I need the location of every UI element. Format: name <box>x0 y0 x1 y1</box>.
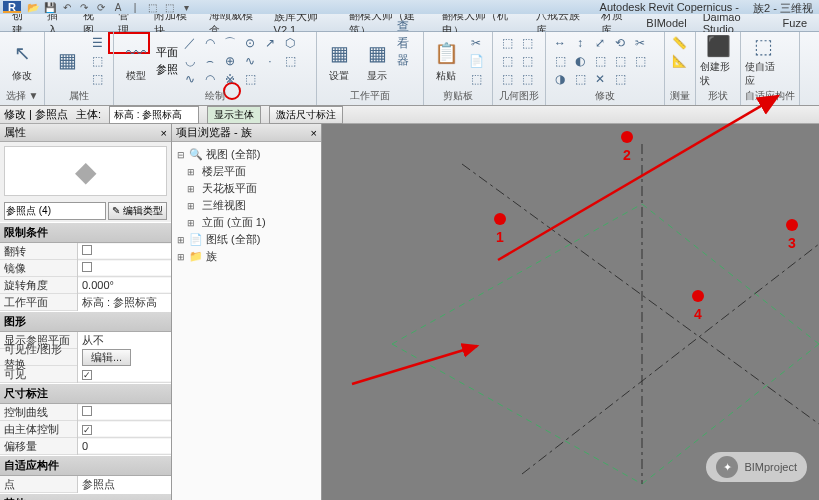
qat-save-icon[interactable]: 💾 <box>43 1 57 13</box>
ribbon-tool-small[interactable]: ⬚ <box>87 52 107 70</box>
ribbon-tool-small[interactable]: ⌒ <box>220 34 240 52</box>
qat-redo-icon[interactable]: ↷ <box>77 1 91 13</box>
ribbon-tool-small[interactable]: ⤢ <box>590 34 610 52</box>
prop-row[interactable]: 点参照点 <box>0 476 171 493</box>
ribbon-tool-small[interactable]: ✂ <box>630 34 650 52</box>
app-logo[interactable]: R <box>3 1 21 13</box>
ribbon-tool-small[interactable]: ⬚ <box>610 52 630 70</box>
reference-point[interactable] <box>621 131 633 143</box>
prop-row[interactable]: 可见性/图形替换编辑... <box>0 349 171 366</box>
close-icon[interactable]: × <box>161 127 167 139</box>
ribbon-tool-small[interactable]: ⬚ <box>630 52 650 70</box>
prop-category[interactable]: 自适应构件 <box>0 455 171 476</box>
ribbon-tool-small[interactable]: · <box>260 52 280 70</box>
tree-node[interactable]: ⊞三维视图 <box>174 197 319 214</box>
expand-icon[interactable]: ⊞ <box>176 252 186 262</box>
prop-row[interactable]: 控制曲线 <box>0 404 171 421</box>
qat-dropdown-icon[interactable]: ▾ <box>179 1 193 13</box>
qat-more2-icon[interactable]: ⬚ <box>162 1 176 13</box>
ribbon-tool-small[interactable]: ⬚ <box>497 52 517 70</box>
qat-text-icon[interactable]: A <box>111 1 125 13</box>
viewport-3d[interactable]: ✦ BIMproject 1234 <box>322 124 819 500</box>
ribbon-tool-small[interactable]: ◠ <box>200 34 220 52</box>
prop-row[interactable]: 翻转 <box>0 243 171 260</box>
ribbon-tool-small[interactable]: ／ <box>180 34 200 52</box>
ribbon-tool[interactable]: ↖修改 <box>4 34 40 88</box>
ribbon-tool-small[interactable]: ⬡ <box>280 34 300 52</box>
ribbon-tool[interactable]: 〰模型 <box>118 34 154 88</box>
ribbon-tool-small[interactable]: ✂ <box>466 34 486 52</box>
checkbox[interactable] <box>82 370 92 380</box>
ribbon-tool-small[interactable]: ⬚ <box>280 52 300 70</box>
ribbon-tool-small[interactable]: ⬚ <box>497 34 517 52</box>
show-host-button[interactable]: 显示主体 <box>207 106 261 124</box>
ribbon-tool-small[interactable]: ⬚ <box>240 70 260 88</box>
reference-point[interactable] <box>494 213 506 225</box>
qat-more-icon[interactable]: ⬚ <box>145 1 159 13</box>
ribbon-tool-small[interactable]: ✕ <box>590 70 610 88</box>
tree-node[interactable]: ⊟🔍视图 (全部) <box>174 146 319 163</box>
prop-row[interactable]: 工作平面标高 : 参照标高 <box>0 294 171 311</box>
ribbon-tool-small[interactable]: ※ <box>220 70 240 88</box>
qat-undo-icon[interactable]: ↶ <box>60 1 74 13</box>
prop-category[interactable]: 图形 <box>0 311 171 332</box>
ribbon-tool-small[interactable]: 📐 <box>669 52 689 70</box>
ribbon-tool-small[interactable]: ⬚ <box>590 52 610 70</box>
expand-icon[interactable]: ⊟ <box>176 150 186 160</box>
ribbon-tool-small[interactable]: 📏 <box>669 34 689 52</box>
ribbon-tool-small[interactable]: ↗ <box>260 34 280 52</box>
expand-icon[interactable]: ⊞ <box>176 235 186 245</box>
ribbon-tool-small[interactable]: ◐ <box>570 52 590 70</box>
menu-item[interactable]: BIModel <box>638 15 694 31</box>
expand-icon[interactable]: ⊞ <box>186 184 196 194</box>
tree-node[interactable]: ⊞立面 (立面 1) <box>174 214 319 231</box>
ribbon-tool-small[interactable]: 📄 <box>466 52 486 70</box>
qat-sync-icon[interactable]: ⟳ <box>94 1 108 13</box>
type-selector[interactable]: 参照点 (4) <box>4 202 106 220</box>
ribbon-tool[interactable]: 📋粘贴 <box>428 34 464 88</box>
ribbon-tool-small[interactable]: ⬚ <box>550 52 570 70</box>
prop-row[interactable]: 镜像 <box>0 260 171 277</box>
prop-row[interactable]: 由主体控制 <box>0 421 171 438</box>
ribbon-tool-small[interactable]: ⬚ <box>466 70 486 88</box>
ribbon-tool-small[interactable]: ⬚ <box>497 70 517 88</box>
ribbon-tool[interactable]: ⬛创建形状 <box>700 34 736 88</box>
tree-node[interactable]: ⊞天花板平面 <box>174 180 319 197</box>
expand-icon[interactable]: ⊞ <box>186 167 196 177</box>
activate-dims-button[interactable]: 激活尺寸标注 <box>269 106 343 124</box>
ribbon-tool-small[interactable]: ⟲ <box>610 34 630 52</box>
close-icon[interactable]: × <box>311 127 317 139</box>
prop-category[interactable]: 限制条件 <box>0 222 171 243</box>
ribbon-tool[interactable]: ▦ <box>49 34 85 88</box>
prop-category[interactable]: 尺寸标注 <box>0 383 171 404</box>
tree-node[interactable]: ⊞📁族 <box>174 248 319 265</box>
ribbon-tool[interactable]: ⬚使自适应 <box>745 34 781 88</box>
ribbon-tool-small[interactable]: ⬚ <box>87 70 107 88</box>
ribbon-tool-small[interactable]: ⊙ <box>240 34 260 52</box>
ribbon-tool-small[interactable]: ⬚ <box>517 52 537 70</box>
ribbon-tool-small[interactable]: ∿ <box>240 52 260 70</box>
edit-button[interactable]: 编辑... <box>82 349 131 366</box>
ribbon-tool[interactable]: ▦显示 <box>359 34 395 88</box>
edit-type-button[interactable]: ✎ 编辑类型 <box>108 202 167 220</box>
checkbox[interactable] <box>82 245 92 255</box>
expand-icon[interactable]: ⊞ <box>186 218 196 228</box>
tree-node[interactable]: ⊞楼层平面 <box>174 163 319 180</box>
ribbon-tool-small[interactable]: ↔ <box>550 34 570 52</box>
ribbon-tool-small[interactable]: ⬚ <box>610 70 630 88</box>
prop-row[interactable]: 旋转角度0.000° <box>0 277 171 294</box>
ribbon-tool-small[interactable]: ◡ <box>180 52 200 70</box>
prop-row[interactable]: 可见 <box>0 366 171 383</box>
qat-open-icon[interactable]: 📂 <box>26 1 40 13</box>
reference-point[interactable] <box>692 290 704 302</box>
checkbox[interactable] <box>82 262 92 272</box>
ribbon-tool-small[interactable]: ⊕ <box>220 52 240 70</box>
ribbon-tool-small[interactable]: ◠ <box>200 70 220 88</box>
ribbon-tool-small[interactable]: ⬚ <box>570 70 590 88</box>
ribbon-tool-small[interactable]: ∿ <box>180 70 200 88</box>
reference-point[interactable] <box>786 219 798 231</box>
ribbon-tool-small[interactable]: ⌢ <box>200 52 220 70</box>
checkbox[interactable] <box>82 406 92 416</box>
ribbon-tool-small[interactable]: ↕ <box>570 34 590 52</box>
checkbox[interactable] <box>82 425 92 435</box>
